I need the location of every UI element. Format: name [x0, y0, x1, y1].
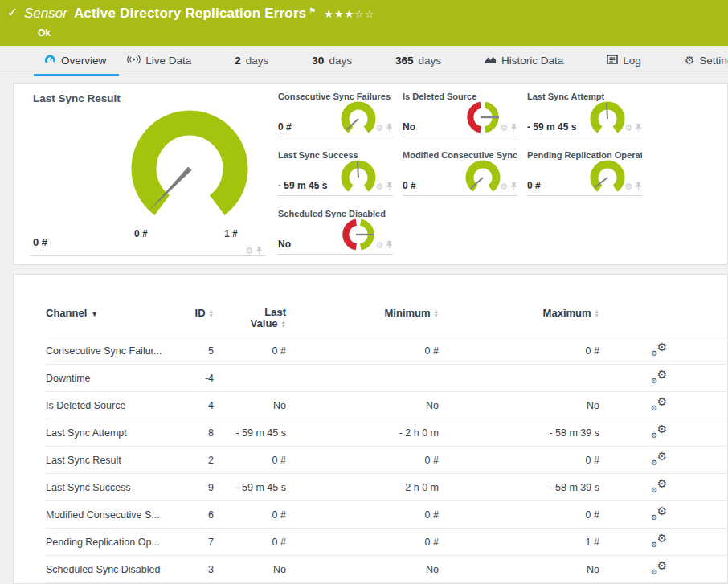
primary-gauge-value: 0 # [33, 236, 47, 248]
cell-maximum: No [439, 564, 599, 575]
tab-label: Historic Data [501, 55, 563, 67]
gauge-tools: ⚙ [500, 179, 517, 194]
gear-icon: ⚙ [685, 54, 695, 67]
table-header-row: Channel▼ ID▲▼ Last Value▲▼ Minimum▲▼ Max… [46, 307, 727, 337]
pin-icon[interactable] [386, 238, 393, 252]
channel-settings-icon[interactable]: ⚙⚙ [649, 341, 669, 357]
tab-label: Live Data [145, 55, 191, 67]
pin-icon[interactable] [510, 179, 517, 194]
gauge-value: No [278, 239, 291, 250]
tab-2-days[interactable]: 2days [235, 55, 268, 67]
column-header-id[interactable]: ID▲▼ [182, 307, 214, 319]
cell-channel[interactable]: Last Sync Result [46, 455, 182, 466]
table-row: Last Sync Attempt 8 - 59 m 45 s - 2 h 0 … [46, 419, 727, 447]
gauge-value: 0 # [403, 180, 416, 191]
cell-channel[interactable]: Downtime [46, 373, 182, 384]
column-header-channel[interactable]: Channel▼ [46, 307, 182, 319]
cell-minimum: - 2 h 0 m [286, 427, 439, 439]
status-badge: Ok [38, 27, 728, 39]
cell-channel[interactable]: Modified Consecutive S... [46, 509, 182, 521]
pin-icon[interactable] [635, 120, 642, 135]
gauge-tools: ⚙ [245, 243, 263, 258]
cell-channel[interactable]: Pending Replication Op... [46, 537, 182, 548]
live-data-icon [127, 54, 141, 67]
column-header-last-value[interactable]: Last Value▲▼ [214, 307, 286, 329]
tab-label: Overview [61, 55, 106, 67]
tab-live-data[interactable]: Live Data [127, 54, 191, 67]
gauge-settings-icon[interactable]: ⚙ [375, 124, 383, 133]
cell-maximum: - 58 m 39 s [439, 482, 599, 493]
tab-overview[interactable]: Overview [44, 54, 106, 68]
cell-minimum: 0 # [286, 345, 439, 357]
gauge-cell: Pending Replication Operatio... 0 # ⚙ [527, 149, 642, 196]
tab-log[interactable]: Log [607, 55, 641, 67]
tab-label: days [329, 55, 352, 67]
gauge-cell: Is Deleted Source No ⚙ [403, 91, 517, 137]
sensor-type-label: Sensor [24, 6, 67, 22]
column-header-maximum[interactable]: Maximum▲▼ [439, 307, 599, 319]
pin-icon[interactable] [510, 120, 517, 135]
pin-icon[interactable] [256, 243, 263, 258]
channel-settings-icon[interactable]: ⚙⚙ [649, 505, 669, 521]
gauge-value: 0 # [527, 180, 541, 191]
pin-icon[interactable] [635, 179, 642, 194]
cell-channel[interactable]: Is Deleted Source [46, 400, 182, 411]
cell-id: 2 [182, 455, 214, 466]
cell-last-value: 0 # [214, 455, 286, 466]
gauge-settings-icon[interactable]: ⚙ [375, 182, 383, 191]
cell-last-value: 0 # [214, 509, 286, 521]
column-header-minimum[interactable]: Minimum▲▼ [286, 307, 439, 319]
gauge-icon [44, 54, 56, 68]
table-row: Consecutive Sync Failur... 5 0 # 0 # 0 #… [46, 337, 727, 365]
cell-channel[interactable]: Last Sync Success [46, 482, 182, 493]
pin-icon[interactable] [386, 120, 393, 135]
cell-last-value: - 59 m 45 s [214, 427, 286, 439]
tab-historic-data[interactable]: Historic Data [485, 55, 563, 67]
cell-id: 9 [182, 482, 214, 493]
tab-number: 2 [235, 55, 241, 67]
channel-settings-icon[interactable]: ⚙⚙ [649, 560, 669, 576]
cell-channel[interactable]: Scheduled Sync Disabled [46, 564, 182, 575]
priority-stars[interactable]: ★★★☆☆ [324, 8, 374, 20]
tab-label: days [418, 55, 441, 67]
tab-365-days[interactable]: 365days [395, 55, 441, 67]
cell-settings: ⚙⚙ [599, 423, 716, 442]
gauge-value: - 59 m 45 s [527, 121, 576, 133]
channel-settings-icon[interactable]: ⚙⚙ [649, 396, 669, 412]
cell-minimum: 0 # [286, 509, 439, 521]
cell-id: 4 [182, 400, 214, 411]
cell-maximum: - 58 m 39 s [439, 427, 599, 439]
cell-channel[interactable]: Last Sync Attempt [46, 427, 182, 439]
sensor-status-banner: ✓ Sensor Active Directory Replication Er… [0, 0, 728, 46]
table-row: Last Sync Result 2 0 # 0 # 0 # ⚙⚙ [46, 447, 727, 474]
gauge-settings-icon[interactable]: ⚙ [375, 241, 383, 250]
gauge-settings-icon[interactable]: ⚙ [500, 182, 508, 191]
gauge-value: No [403, 121, 415, 133]
channel-settings-icon[interactable]: ⚙⚙ [649, 533, 669, 549]
area-chart-icon [485, 55, 497, 67]
gauge-cell: Last Sync Success - 59 m 45 s ⚙ [278, 149, 393, 196]
channel-settings-icon[interactable]: ⚙⚙ [649, 369, 669, 385]
table-row: Pending Replication Op... 7 0 # 0 # 1 # … [46, 529, 727, 556]
sort-icon: ▲▼ [281, 320, 286, 328]
gauge-settings-icon[interactable]: ⚙ [624, 124, 632, 133]
tab-label: Settings [699, 55, 728, 67]
gauge-cell: Last Sync Attempt - 59 m 45 s ⚙ [527, 91, 642, 137]
tab-30-days[interactable]: 30days [312, 55, 352, 67]
channel-settings-icon[interactable]: ⚙⚙ [649, 478, 669, 494]
gauge-settings-icon[interactable]: ⚙ [245, 247, 253, 255]
flag-icon[interactable]: ⚑ [309, 6, 316, 15]
cell-minimum: No [286, 564, 439, 575]
log-icon [607, 55, 618, 67]
pin-icon[interactable] [386, 179, 393, 194]
table-row: Last Sync Success 9 - 59 m 45 s - 2 h 0 … [46, 474, 727, 501]
gauge-settings-icon[interactable]: ⚙ [624, 182, 632, 191]
tab-settings[interactable]: ⚙Settings [685, 55, 728, 67]
channel-settings-icon[interactable]: ⚙⚙ [649, 423, 669, 439]
cell-settings: ⚙⚙ [599, 396, 716, 415]
channel-settings-icon[interactable]: ⚙⚙ [649, 451, 669, 467]
gauge-settings-icon[interactable]: ⚙ [500, 124, 508, 133]
cell-maximum: 0 # [439, 509, 599, 521]
cell-channel[interactable]: Consecutive Sync Failur... [46, 345, 182, 357]
gauge-cell: Consecutive Sync Failures 0 # ⚙ [278, 91, 393, 137]
